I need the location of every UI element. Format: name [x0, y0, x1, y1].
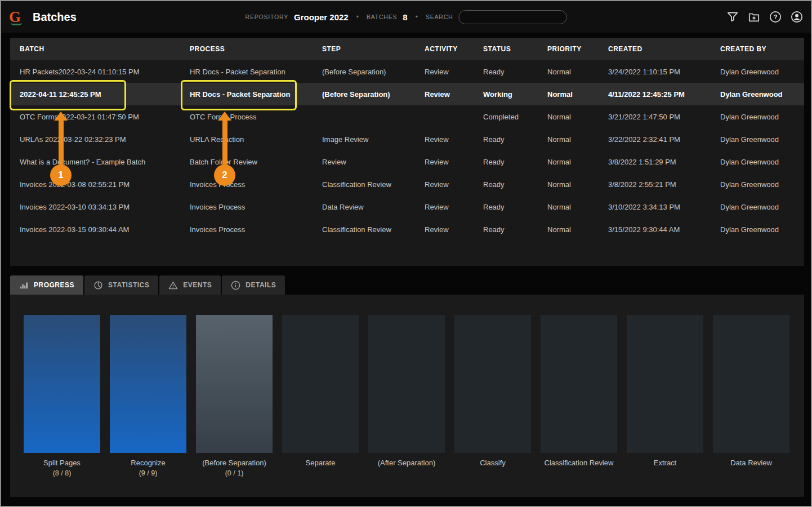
column-header[interactable]: ACTIVITY — [415, 45, 474, 53]
cell-created_by: Dylan Greenwood — [711, 68, 804, 76]
progress-card-count: (9 / 9) — [110, 469, 186, 478]
table-row[interactable]: What is a Document? - Example BatchBatch… — [10, 150, 804, 173]
progress-card: Extract — [627, 315, 703, 478]
cell-step: (Before Separation) — [313, 90, 415, 99]
progress-card: Separate — [282, 315, 359, 478]
cell-process: HR Docs - Packet Separation — [180, 90, 313, 99]
cell-activity: Review — [415, 135, 474, 144]
cell-step: Data Review — [313, 203, 415, 211]
cell-status: Ready — [474, 135, 538, 144]
cell-created_by: Dylan Greenwood — [711, 225, 804, 234]
cell-created_by: Dylan Greenwood — [711, 180, 804, 189]
table-row[interactable]: Invoices 2022-03-10 03:34:13 PMInvoices … — [10, 195, 804, 218]
cell-batch: Invoices 2022-03-15 09:30:44 AM — [10, 225, 180, 234]
progress-card-tile[interactable] — [196, 315, 273, 453]
cell-created: 3/22/2022 2:32:41 PM — [599, 135, 711, 144]
tab-bar: PROGRESSSTATISTICSEVENTSDETAILS — [10, 275, 285, 295]
tab-events[interactable]: EVENTS — [159, 275, 221, 295]
search-label: SEARCH — [426, 14, 453, 20]
cell-batch: HR Packets2022-03-24 01:10:15 PM — [10, 68, 180, 76]
search-input[interactable] — [458, 10, 566, 24]
progress-card-tile[interactable] — [110, 315, 186, 453]
cell-step: Image Review — [313, 135, 415, 144]
tab-label: EVENTS — [183, 281, 212, 289]
table-row[interactable]: OTC Forms2022-03-21 01:47:50 PMOTC Forms… — [10, 105, 804, 128]
page-title: Batches — [33, 11, 77, 24]
filter-icon[interactable] — [726, 11, 739, 23]
table-row[interactable]: 2022-04-11 12:45:25 PMHR Docs - Packet S… — [10, 83, 804, 105]
cell-step: Classification Review — [313, 180, 415, 189]
cell-created_by: Dylan Greenwood — [711, 90, 804, 99]
table-row[interactable]: HR Packets2022-03-24 01:10:15 PMHR Docs … — [10, 60, 804, 83]
help-icon[interactable]: ? — [769, 11, 782, 23]
progress-card-count — [627, 469, 703, 478]
batch-table-body: HR Packets2022-03-24 01:10:15 PMHR Docs … — [10, 60, 804, 241]
separator-dot: • — [354, 13, 361, 21]
column-header[interactable]: PROCESS — [180, 45, 313, 53]
progress-card-tile[interactable] — [282, 315, 359, 453]
table-row[interactable]: Invoices 2022-03-08 02:55:21 PMInvoices … — [10, 173, 804, 195]
progress-card-label: Recognize — [110, 459, 186, 467]
cell-batch: URLAs 2022-03-22 02:32:23 PM — [10, 135, 180, 144]
column-header[interactable]: BATCH — [10, 45, 180, 53]
progress-card-label: Data Review — [713, 459, 789, 467]
progress-card-tile[interactable] — [541, 315, 617, 453]
batches-label: BATCHES — [367, 14, 397, 20]
cell-process: OTC Forms Process — [180, 113, 313, 121]
app-window: G Batches REPOSITORY Grooper 2022 • BATC… — [0, 0, 812, 507]
progress-card-label: (Before Separation) — [196, 459, 273, 467]
progress-card-count: (0 / 1) — [196, 469, 273, 478]
repository-value[interactable]: Grooper 2022 — [294, 12, 349, 22]
cell-batch: OTC Forms2022-03-21 01:47:50 PM — [10, 113, 180, 121]
cell-activity: Review — [415, 158, 474, 166]
cell-priority: Normal — [538, 180, 599, 189]
progress-card-tile[interactable] — [24, 315, 100, 453]
cell-status: Ready — [474, 225, 538, 234]
column-header[interactable]: PRIORITY — [538, 45, 599, 53]
tab-label: DETAILS — [246, 281, 276, 289]
user-icon[interactable] — [791, 11, 803, 23]
progress-card: (Before Separation)(0 / 1) — [196, 315, 273, 478]
table-header-row: BATCHPROCESSSTEPACTIVITYSTATUSPRIORITYCR… — [10, 38, 804, 60]
cell-created: 3/8/2022 1:51:29 PM — [599, 158, 711, 166]
progress-card-tile[interactable] — [368, 315, 445, 453]
progress-card-label: Separate — [282, 459, 359, 467]
progress-card-tile[interactable] — [627, 315, 703, 453]
cell-batch: 2022-04-11 12:45:25 PM — [10, 90, 180, 99]
cell-created: 3/15/2022 9:30:44 AM — [599, 225, 711, 234]
cell-step: (Before Separation) — [313, 68, 415, 76]
tab-details[interactable]: DETAILS — [222, 275, 285, 295]
column-header[interactable]: STEP — [313, 45, 415, 53]
progress-card: Recognize(9 / 9) — [110, 315, 186, 478]
progress-card: Data Review — [713, 315, 789, 478]
progress-card-count — [454, 469, 531, 478]
progress-card-tile[interactable] — [713, 315, 789, 453]
cell-priority: Normal — [538, 68, 599, 76]
pie-chart-icon — [93, 281, 103, 290]
column-header[interactable]: CREATED BY — [711, 45, 804, 53]
progress-card-count — [713, 469, 789, 478]
cell-status: Completed — [474, 113, 538, 121]
repository-label: REPOSITORY — [246, 14, 288, 20]
cell-activity: Review — [415, 225, 474, 234]
progress-card-tile[interactable] — [454, 315, 531, 453]
cell-created: 3/8/2022 2:55:21 PM — [599, 180, 711, 189]
progress-card-count: (8 / 8) — [24, 469, 100, 478]
add-folder-icon[interactable] — [748, 11, 760, 23]
column-header[interactable]: CREATED — [599, 45, 711, 53]
tab-label: STATISTICS — [108, 281, 149, 289]
cell-created: 3/24/2022 1:10:15 PM — [599, 68, 711, 76]
cell-created_by: Dylan Greenwood — [711, 113, 804, 121]
tab-progress[interactable]: PROGRESS — [10, 275, 83, 295]
table-row[interactable]: URLAs 2022-03-22 02:32:23 PMURLA Redacti… — [10, 128, 804, 150]
column-header[interactable]: STATUS — [474, 45, 538, 53]
repository-info-bar: REPOSITORY Grooper 2022 • BATCHES 8 • SE… — [246, 10, 567, 24]
progress-card: (After Separation) — [368, 315, 445, 478]
tab-statistics[interactable]: STATISTICS — [84, 275, 158, 295]
table-row[interactable]: Invoices 2022-03-15 09:30:44 AMInvoices … — [10, 218, 804, 241]
progress-cards: Split Pages(8 / 8)Recognize(9 / 9)(Befor… — [10, 295, 804, 478]
cell-status: Working — [474, 90, 538, 99]
progress-card: Classification Review — [541, 315, 617, 478]
cell-step: Review — [313, 158, 415, 166]
cell-created_by: Dylan Greenwood — [711, 203, 804, 211]
